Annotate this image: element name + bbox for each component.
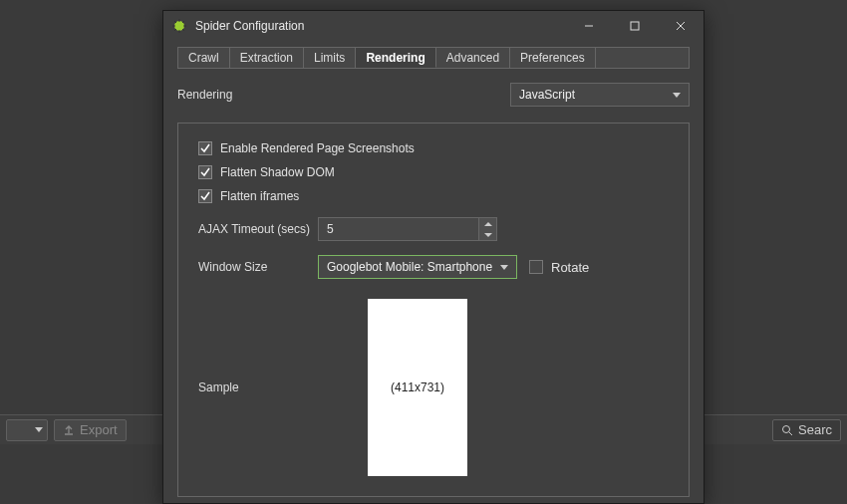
tab-rendering[interactable]: Rendering	[356, 48, 435, 68]
sample-dimensions: (411x731)	[391, 380, 444, 394]
search-button[interactable]: Searc	[772, 419, 841, 441]
window-size-select[interactable]: Googlebot Mobile: Smartphone	[318, 255, 517, 279]
rotate-label: Rotate	[551, 260, 589, 275]
ajax-timeout-input[interactable]: 5	[318, 217, 497, 241]
rendering-label: Rendering	[177, 88, 327, 102]
tab-limits[interactable]: Limits	[304, 48, 356, 68]
checkbox-shadow-label: Flatten Shadow DOM	[220, 165, 335, 179]
rendering-group: Enable Rendered Page Screenshots Flatten…	[177, 123, 690, 497]
chevron-down-icon	[500, 265, 508, 270]
stepper-up[interactable]	[479, 218, 496, 229]
app-icon	[171, 18, 187, 34]
stepper-down[interactable]	[479, 229, 496, 240]
checkbox-screenshots[interactable]	[198, 141, 212, 155]
search-icon	[781, 424, 793, 436]
rendering-select[interactable]: JavaScript	[510, 83, 690, 107]
bg-dropdown[interactable]	[6, 419, 48, 441]
ajax-timeout-label: AJAX Timeout (secs)	[198, 222, 318, 236]
sample-preview: (411x731)	[368, 299, 467, 476]
window-size-label: Window Size	[198, 260, 318, 274]
window-title: Spider Configuration	[195, 19, 566, 33]
tab-preferences[interactable]: Preferences	[510, 48, 596, 68]
titlebar: Spider Configuration	[163, 11, 704, 41]
spider-config-dialog: Spider Configuration Crawl Extraction Li…	[162, 10, 705, 504]
checkbox-iframes-label: Flatten iframes	[220, 189, 299, 203]
ajax-timeout-value: 5	[319, 222, 478, 236]
upload-icon	[63, 424, 75, 436]
checkbox-shadow[interactable]	[198, 165, 212, 179]
tab-crawl[interactable]: Crawl	[178, 48, 230, 68]
window-size-value: Googlebot Mobile: Smartphone	[327, 260, 492, 274]
chevron-down-icon	[673, 93, 681, 98]
rendering-value: JavaScript	[519, 88, 575, 102]
export-button[interactable]: Export	[54, 419, 127, 441]
tab-extraction[interactable]: Extraction	[230, 48, 304, 68]
sample-label: Sample	[198, 380, 358, 394]
rotate-checkbox[interactable]	[529, 260, 543, 274]
checkbox-screenshots-label: Enable Rendered Page Screenshots	[220, 141, 415, 155]
search-label: Searc	[798, 422, 832, 437]
tab-bar: Crawl Extraction Limits Rendering Advanc…	[177, 47, 690, 69]
checkbox-iframes[interactable]	[198, 189, 212, 203]
close-button[interactable]	[658, 11, 704, 41]
minimize-button[interactable]	[566, 11, 612, 41]
svg-point-0	[783, 425, 790, 432]
tab-advanced[interactable]: Advanced	[436, 48, 510, 68]
maximize-button[interactable]	[612, 11, 658, 41]
svg-rect-2	[631, 22, 639, 30]
export-label: Export	[80, 422, 118, 437]
